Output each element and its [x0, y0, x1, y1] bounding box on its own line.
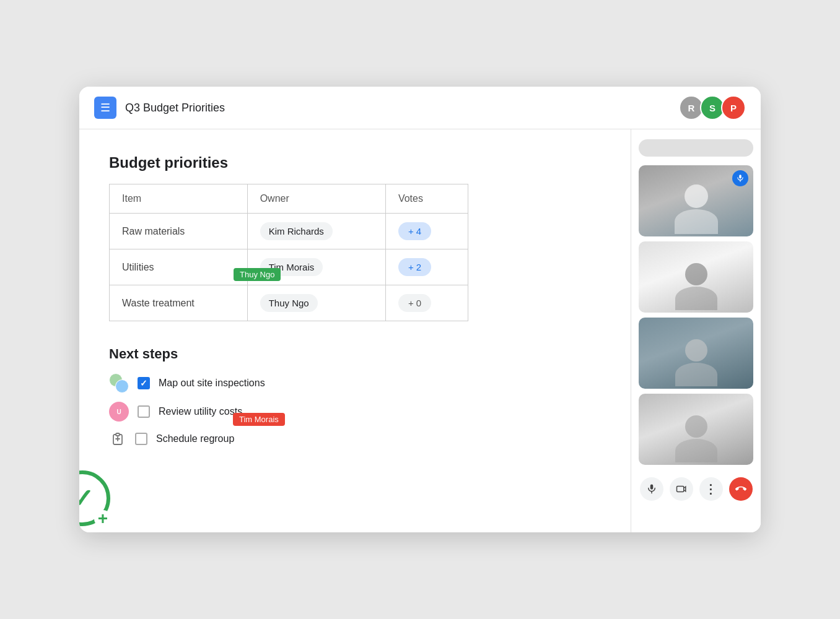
call-controls: ⋮ [639, 474, 753, 501]
header-left: ☰ Q3 Budget Priorities [94, 97, 225, 119]
more-button[interactable]: ⋮ [699, 477, 723, 501]
task-regroup: Schedule regroup [156, 433, 234, 444]
docs-icon: ☰ [94, 97, 116, 119]
more-dots-icon: ⋮ [704, 482, 717, 496]
owner-chip-thuy: Thuy Ngo [260, 294, 318, 312]
votes-waste: + 0 [385, 285, 468, 321]
video-tile-3 [639, 318, 753, 389]
next-steps-section: Next steps Map out site inspections [109, 346, 601, 448]
list-item: Map out site inspections [109, 373, 601, 393]
bottom-logo: ✓ + [79, 470, 135, 532]
next-steps-title: Next steps [109, 346, 601, 362]
checkbox-inspections[interactable] [138, 377, 150, 389]
tim-morais-tooltip: Tim Morais [233, 413, 285, 426]
vote-chip-raw: + 4 [398, 222, 431, 240]
table-row: Waste treatment Thuy Ngo Thuy Ngo + 0 [110, 285, 468, 321]
plus-symbol: + [94, 510, 112, 527]
camera-button[interactable] [670, 477, 693, 501]
checkbox-regroup[interactable] [135, 433, 147, 445]
item-waste: Waste treatment Thuy Ngo [110, 285, 248, 321]
video-sidebar: ⋮ [631, 129, 761, 532]
owner-thuy: Thuy Ngo [247, 285, 385, 321]
header-avatars: R S P [679, 95, 746, 120]
main-area: Budget priorities Item Owner Votes Raw m… [79, 129, 761, 532]
votes-raw: + 4 [385, 214, 468, 249]
avatar-utility: U [109, 402, 129, 422]
checklist: Map out site inspections U Review utilit… [109, 373, 601, 448]
check-circle-icon: ✓ + [79, 470, 110, 526]
video-tile-2 [639, 241, 753, 313]
vote-chip-waste: + 0 [398, 294, 431, 312]
person-silhouette-4 [639, 394, 753, 465]
app-window: ☰ Q3 Budget Priorities R S P Budget prio… [79, 87, 761, 532]
list-item: U Review utility costs [109, 402, 601, 422]
list-item: Schedule regroup Tim Morais [109, 430, 601, 448]
svg-rect-4 [676, 487, 683, 492]
checkbox-utility[interactable] [138, 405, 150, 418]
col-item: Item [110, 184, 248, 214]
checkmark-symbol: ✓ [79, 483, 94, 514]
mic-button[interactable] [640, 477, 663, 501]
menu-icon: ☰ [100, 101, 110, 115]
vote-chip-utilities: + 2 [398, 258, 431, 276]
owner-chip-kim: Kim Richards [260, 222, 333, 240]
task-utility: Review utility costs [159, 406, 242, 417]
item-utilities: Utilities [110, 249, 248, 285]
multi-avatar [109, 373, 129, 393]
task-inspections: Map out site inspections [159, 378, 265, 389]
svg-rect-2 [650, 485, 653, 490]
table-row: Utilities Tim Morais + 2 [110, 249, 468, 285]
votes-utilities: + 2 [385, 249, 468, 285]
thuy-ngo-tooltip: Thuy Ngo [234, 268, 281, 281]
add-task-icon [109, 430, 126, 448]
item-raw-materials: Raw materials [110, 214, 248, 249]
video-tile-1 [639, 165, 753, 236]
budget-section: Budget priorities Item Owner Votes Raw m… [109, 154, 601, 321]
waste-item-label: Waste treatment [122, 298, 195, 308]
col-owner: Owner [247, 184, 385, 214]
owner-kim: Kim Richards [247, 214, 385, 249]
header: ☰ Q3 Budget Priorities R S P [79, 87, 761, 129]
col-votes: Votes [385, 184, 468, 214]
budget-section-title: Budget priorities [109, 154, 601, 171]
svg-rect-0 [739, 175, 742, 178]
table-row: Raw materials Kim Richards + 4 [110, 214, 468, 249]
mic-badge [732, 170, 748, 186]
video-tile-4 [639, 394, 753, 465]
page-title: Q3 Budget Priorities [125, 102, 225, 115]
end-call-button[interactable] [729, 477, 753, 501]
avatar-p[interactable]: P [721, 95, 746, 120]
video-search-bar [639, 139, 753, 157]
person-silhouette-3 [639, 318, 753, 389]
budget-table: Item Owner Votes Raw materials Kim Richa… [109, 184, 468, 321]
person-silhouette-2 [639, 241, 753, 313]
doc-content: Budget priorities Item Owner Votes Raw m… [79, 129, 631, 532]
